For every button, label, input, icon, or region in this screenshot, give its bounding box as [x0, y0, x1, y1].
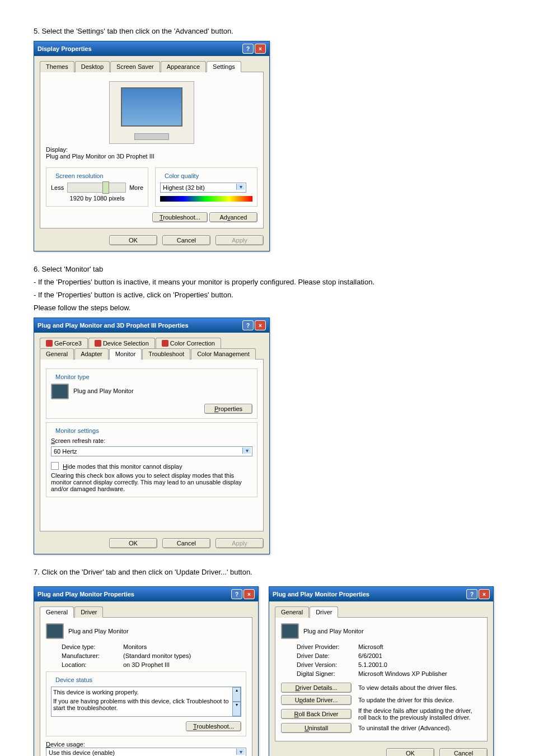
- device-type-value: Monitors: [123, 643, 147, 650]
- help-icon[interactable]: ?: [242, 44, 254, 54]
- step6-line1: - If the 'Properties' button is inactive…: [34, 278, 500, 286]
- scroll-up-icon[interactable]: ▴: [232, 687, 241, 702]
- refresh-rate-select[interactable]: 60 Hertz: [51, 446, 252, 456]
- tab-monitor[interactable]: Monitor: [109, 348, 142, 360]
- titlebar: Plug and Play Monitor and 3D Prophet III…: [34, 318, 269, 333]
- ok-button[interactable]: OK: [109, 538, 157, 548]
- tab-themes[interactable]: Themes: [40, 61, 74, 72]
- scroll-down-icon[interactable]: ▾: [232, 702, 241, 716]
- tab-geforce3[interactable]: GeForce3: [40, 338, 88, 348]
- color-legend: Color quality: [162, 172, 201, 179]
- refresh-rate-label: Screen refresh rate:: [51, 437, 252, 444]
- location-value: on 3D Prophet III: [123, 661, 170, 668]
- cancel-button[interactable]: Cancel: [162, 538, 210, 548]
- help-icon[interactable]: ?: [231, 589, 242, 599]
- color-bar: [160, 196, 252, 202]
- help-icon[interactable]: ?: [466, 589, 477, 599]
- uninstall-text: To uninstall the driver (Advanced).: [358, 725, 481, 731]
- nvidia-icon: [162, 340, 168, 347]
- pnp-general-dialog: Plug and Play Monitor Properties ? × Gen…: [34, 586, 259, 756]
- close-icon[interactable]: ×: [479, 589, 490, 599]
- tab-general[interactable]: General: [275, 606, 309, 618]
- uninstall-button[interactable]: Uninstall: [281, 723, 352, 733]
- tab-driver[interactable]: Driver: [310, 606, 338, 618]
- device-status-group: Device status This device is working pro…: [46, 671, 246, 736]
- nvidia-icon: [46, 340, 53, 347]
- header-text: Plug and Play Monitor: [303, 628, 364, 634]
- tab-driver[interactable]: Driver: [74, 606, 103, 618]
- ok-button[interactable]: OK: [386, 748, 434, 756]
- display-properties-dialog: Display Properties ? × Themes Desktop Sc…: [34, 41, 270, 251]
- tab-troubleshoot[interactable]: Troubleshoot: [142, 348, 190, 360]
- update-driver-text: To update the driver for this device.: [358, 697, 481, 703]
- signer-label: Digital Signer:: [297, 670, 358, 677]
- manufacturer-label: Manufacturer:: [62, 652, 123, 659]
- step5-instruction: 5. Select the 'Settings' tab then click …: [34, 27, 500, 35]
- device-status-text: This device is working properly. If you …: [51, 687, 241, 717]
- cancel-button[interactable]: Cancel: [162, 235, 210, 245]
- step6-heading: 6. Select 'Monitor' tab: [34, 265, 500, 273]
- step7-instruction: 7. Click on the 'Driver' tab and then cl…: [34, 568, 500, 576]
- titlebar-buttons: ? ×: [242, 44, 266, 54]
- slider-less: Less: [51, 184, 64, 191]
- close-icon[interactable]: ×: [243, 589, 255, 599]
- hide-modes-text: Clearing this check box allows you to se…: [51, 472, 252, 492]
- monitor-type-legend: Monitor type: [53, 374, 92, 380]
- dialog-title: Plug and Play Monitor Properties: [38, 591, 134, 598]
- date-label: Driver Date:: [297, 652, 358, 659]
- tab-settings[interactable]: Settings: [207, 61, 241, 72]
- date-value: 6/6/2001: [358, 652, 382, 659]
- update-driver-button[interactable]: Update Driver...: [281, 695, 352, 705]
- tabs: Themes Desktop Screen Saver Appearance S…: [40, 60, 264, 72]
- step6-line2: - If the 'Properties' button is active, …: [34, 291, 500, 299]
- signer-value: Microsoft Windows XP Publisher: [358, 670, 447, 677]
- tab-desktop[interactable]: Desktop: [75, 61, 110, 72]
- nvidia-icon: [95, 340, 101, 347]
- resolution-slider[interactable]: [67, 183, 126, 193]
- tab-color-management[interactable]: Color Management: [191, 348, 256, 360]
- monitor-name: Plug and Play Monitor: [73, 388, 134, 394]
- titlebar: Display Properties ? ×: [34, 41, 269, 56]
- ok-button[interactable]: OK: [109, 235, 157, 245]
- tab-device-selection[interactable]: Device Selection: [88, 338, 155, 348]
- tab-screensaver[interactable]: Screen Saver: [110, 61, 160, 72]
- tab-adapter[interactable]: Adapter: [74, 348, 109, 360]
- settings-panel: Display: Plug and Play Monitor on 3D Pro…: [40, 72, 264, 228]
- color-quality-select[interactable]: Highest (32 bit): [160, 183, 246, 193]
- display-label: Display:: [46, 146, 257, 153]
- dialog-title: Display Properties: [38, 45, 92, 52]
- properties-button[interactable]: Properties: [204, 404, 252, 414]
- monitor-settings-legend: Monitor settings: [53, 427, 101, 434]
- device-type-label: Device type:: [62, 643, 123, 650]
- version-value: 5.1.2001.0: [358, 661, 387, 668]
- tab-general[interactable]: General: [40, 606, 74, 618]
- device-usage-select[interactable]: Use this device (enable): [46, 748, 246, 756]
- apply-button: Apply: [216, 538, 264, 548]
- screen-res-legend: Screen resolution: [53, 172, 106, 179]
- device-usage-label: Device usage:: [46, 741, 246, 748]
- color-quality-group: Color quality Highest (32 bit): [155, 167, 257, 207]
- tab-general[interactable]: General: [40, 348, 74, 360]
- close-icon[interactable]: ×: [255, 44, 266, 54]
- tab-appearance[interactable]: Appearance: [161, 61, 206, 72]
- rollback-driver-button[interactable]: Roll Back Driver: [281, 709, 352, 719]
- dialog-title: Plug and Play Monitor Properties: [273, 591, 369, 598]
- troubleshoot-button[interactable]: Troubleshoot...: [152, 212, 208, 222]
- troubleshoot-button[interactable]: Troubleshoot...: [186, 721, 241, 731]
- location-label: Location:: [62, 661, 123, 668]
- monitor-settings-group: Monitor settings Screen refresh rate: 60…: [46, 422, 257, 497]
- step6-line3: Please follow the steps below.: [34, 304, 500, 312]
- driver-details-button[interactable]: Driver Details...: [281, 683, 352, 693]
- dialog-title: Plug and Play Monitor and 3D Prophet III…: [38, 322, 189, 329]
- hide-modes-checkbox[interactable]: [51, 462, 59, 470]
- tab-color-correction[interactable]: Color Correction: [156, 338, 221, 348]
- cancel-button[interactable]: Cancel: [439, 748, 488, 756]
- advanced-button[interactable]: Advanced: [209, 212, 257, 222]
- provider-label: Driver Provider:: [297, 643, 358, 650]
- driver-details-text: To view details about the driver files.: [358, 684, 481, 691]
- help-icon[interactable]: ?: [242, 320, 254, 330]
- close-icon[interactable]: ×: [255, 320, 266, 330]
- version-label: Driver Version:: [297, 661, 358, 668]
- slider-more: More: [129, 184, 143, 191]
- display-value: Plug and Play Monitor on 3D Prophet III: [46, 153, 257, 160]
